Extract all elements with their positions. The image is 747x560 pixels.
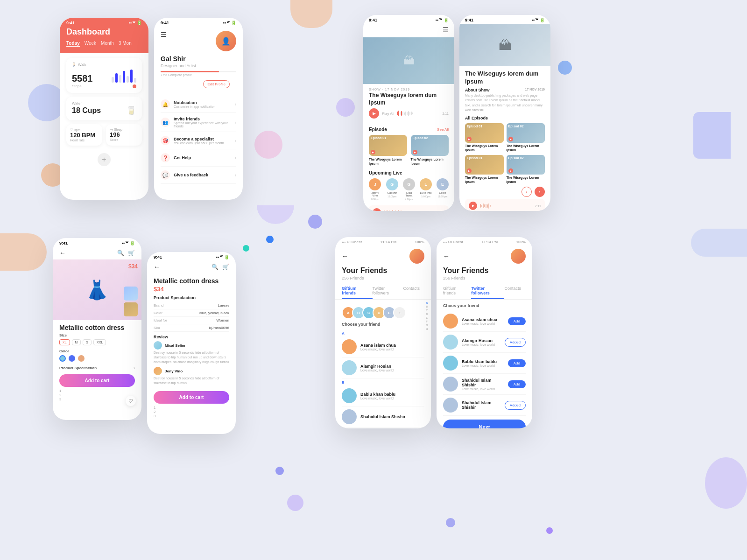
size-xl[interactable]: XL bbox=[59, 339, 70, 345]
tab-today[interactable]: Today bbox=[66, 41, 80, 47]
back-icon-p8[interactable]: ← bbox=[443, 252, 450, 260]
tab-giftium-p8[interactable]: Giftium friends bbox=[443, 283, 471, 299]
det-page-1: 1 bbox=[154, 406, 229, 410]
friend-asana[interactable]: Asana islam chua Love music, love world bbox=[342, 336, 424, 357]
tab-week[interactable]: Week bbox=[85, 41, 96, 47]
size-m[interactable]: M bbox=[72, 339, 81, 345]
play-button[interactable]: ▶ bbox=[369, 108, 379, 119]
tab-month[interactable]: Month bbox=[101, 41, 114, 47]
menu-specialist[interactable]: 🎯 Become a specialist You can earn upto … bbox=[161, 132, 236, 149]
color-orange[interactable] bbox=[78, 355, 85, 362]
cart-icon[interactable]: 🛒 bbox=[128, 250, 135, 256]
add-btn-asana[interactable]: Add bbox=[508, 317, 526, 325]
ep-play-1[interactable]: ▶ bbox=[467, 137, 472, 141]
ep-play-3[interactable]: ▶ bbox=[467, 168, 472, 173]
detail-title: Metallic cotton dress bbox=[154, 277, 229, 285]
water-row: 18 Cups 🥛 bbox=[72, 105, 136, 116]
tab-3mon[interactable]: 3 Mon bbox=[119, 41, 132, 47]
waveform bbox=[397, 110, 439, 117]
detail-nav-icons: 🔍 🛒 bbox=[211, 264, 229, 270]
add-cart-button-detail[interactable]: Add to cart bbox=[154, 391, 229, 404]
tab-contacts[interactable]: Contacts bbox=[403, 283, 424, 299]
ep-play-4[interactable]: ▶ bbox=[508, 168, 513, 173]
edit-profile-button[interactable]: Edit Profile bbox=[203, 80, 230, 88]
tab-giftium[interactable]: Giftium friends bbox=[342, 283, 373, 299]
menu-invite[interactable]: 👥 Invite friends Spread out your experie… bbox=[161, 113, 236, 132]
see-all-link[interactable]: See All bbox=[437, 127, 449, 132]
ep2-play[interactable]: ▶ bbox=[413, 150, 417, 154]
sleep-card: 🛏Sleep 196 Score bbox=[106, 124, 142, 146]
add-btn-shahidul1[interactable]: Add bbox=[508, 380, 526, 388]
friend-bablu[interactable]: Bablu khan bablu Love music, love world bbox=[342, 385, 424, 406]
friend-list: Asana islam chua Love music, love world … bbox=[335, 336, 431, 378]
ep2-num: Episod 02 bbox=[413, 136, 428, 140]
av-1: J Johny Vino 8:00pm bbox=[369, 178, 381, 201]
mini-play-button[interactable]: ▶ bbox=[373, 208, 381, 211]
color-blue[interactable] bbox=[59, 355, 66, 362]
dashboard-header: Dashboard Today Week Month 3 Mon bbox=[60, 27, 148, 53]
friends-tabs-p8[interactable]: Giftium friends Twitter followers Contac… bbox=[437, 283, 532, 300]
status-battery-p7: 100% bbox=[415, 240, 424, 244]
heart-icon[interactable]: ♡ bbox=[126, 396, 136, 406]
size-options: XL M S XXL bbox=[59, 339, 135, 345]
mw11 bbox=[398, 210, 399, 211]
wave-1 bbox=[397, 112, 398, 115]
product-nav: ← 🔍 🛒 bbox=[53, 247, 141, 259]
tw-friend-shahidul1[interactable]: Shahidul Islam Shishir Love music, love … bbox=[443, 374, 526, 395]
bottom-player: ▶ 2:11 bbox=[369, 205, 449, 211]
wave-9 bbox=[408, 111, 409, 116]
phone-dress-left: 9:41 ▪▪ ᵂ 🔋 ← 🔍 🛒 👗 $34 Metallic cotton … bbox=[53, 238, 141, 420]
menu-notification[interactable]: 🔔 Notification Customize in app notifica… bbox=[161, 96, 236, 113]
added-btn-alamgir[interactable]: Added bbox=[505, 338, 526, 347]
back-icon[interactable]: ← bbox=[342, 252, 348, 260]
size-xxl[interactable]: XXL bbox=[93, 339, 106, 345]
spec-val-sku: kjJmna0096 bbox=[209, 326, 229, 330]
add-button[interactable]: + bbox=[98, 153, 111, 166]
back-arrow-detail[interactable]: ← bbox=[154, 263, 160, 271]
ep-play-2[interactable]: ▶ bbox=[508, 137, 513, 141]
next-button-twitter[interactable]: Next bbox=[443, 420, 526, 428]
tw-friend-asana[interactable]: Asana islam chua Love music, love world … bbox=[443, 311, 526, 332]
friend-list-b: Bablu khan bablu Love music, love world … bbox=[335, 385, 431, 427]
next-button[interactable]: › bbox=[535, 187, 545, 197]
tw-friend-alamgir[interactable]: Alamgir Hosian Love music, love world Ad… bbox=[443, 332, 526, 353]
wave-3 bbox=[400, 112, 401, 115]
profile-header: ☰ 👤 bbox=[154, 27, 243, 55]
friend-shahidul[interactable]: Shahidul Islam Shishir bbox=[342, 406, 424, 427]
size-s[interactable]: S bbox=[83, 339, 92, 345]
color-purple[interactable] bbox=[69, 355, 75, 362]
tw-friend-bablu[interactable]: Bablu khan bablu Love music, love world … bbox=[443, 353, 526, 374]
menu-help[interactable]: ❓ Get Help › bbox=[161, 149, 236, 167]
player-play-button[interactable]: ▶ bbox=[469, 202, 477, 210]
friend-alamgir[interactable]: Alamgir Hosian Love music, love world bbox=[342, 357, 424, 378]
added-btn-shahidul2[interactable]: Added bbox=[505, 401, 526, 410]
dashboard-tabs[interactable]: Today Week Month 3 Mon bbox=[66, 41, 142, 47]
tw-friend-shahidul2[interactable]: Shahidul Islam Shishir Added bbox=[443, 395, 526, 416]
water-label: Water bbox=[72, 101, 136, 105]
friend-info-asana: Asana islam chua Love music, love world bbox=[360, 343, 396, 351]
invite-sub: Spread out your experience with your fri… bbox=[174, 121, 231, 128]
friends-tabs[interactable]: Giftium friends Twitter followers Contac… bbox=[335, 283, 431, 300]
cart-icon-detail[interactable]: 🛒 bbox=[222, 264, 229, 270]
ep1-play[interactable]: ▶ bbox=[371, 150, 375, 154]
upcoming-title: Upcoming Live bbox=[369, 170, 449, 175]
sleep-sub: Score bbox=[110, 138, 138, 141]
tab-twitter[interactable]: Twitter followers bbox=[373, 283, 403, 299]
back-arrow[interactable]: ← bbox=[59, 249, 66, 257]
prev-button[interactable]: ‹ bbox=[521, 187, 532, 197]
episode-list: Episod 01 ▶ The Wiseguys Lorem Ipsum Epi… bbox=[369, 135, 449, 166]
search-icon-detail[interactable]: 🔍 bbox=[211, 264, 218, 270]
menu-feedback[interactable]: 💬 Give us feedback › bbox=[161, 167, 236, 184]
spec-key-sku: Sku bbox=[154, 326, 160, 330]
search-icon[interactable]: 🔍 bbox=[117, 250, 124, 256]
tab-twitter-p8[interactable]: Twitter followers bbox=[471, 283, 504, 299]
dashboard-title: Dashboard bbox=[66, 27, 142, 37]
show-tag: SHOW · 17 NOV 2019 bbox=[369, 88, 449, 91]
menu-icon[interactable]: ☰ bbox=[161, 31, 167, 38]
hero-icon-p4: 🏔 bbox=[499, 38, 512, 53]
hamburger-icon[interactable]: ☰ bbox=[443, 26, 449, 34]
add-to-cart-button[interactable]: Add to cart bbox=[59, 374, 135, 387]
page-1: 1 bbox=[59, 389, 135, 393]
add-btn-bablu[interactable]: Add bbox=[508, 359, 526, 367]
tab-contacts-p8[interactable]: Contacts bbox=[504, 283, 526, 299]
